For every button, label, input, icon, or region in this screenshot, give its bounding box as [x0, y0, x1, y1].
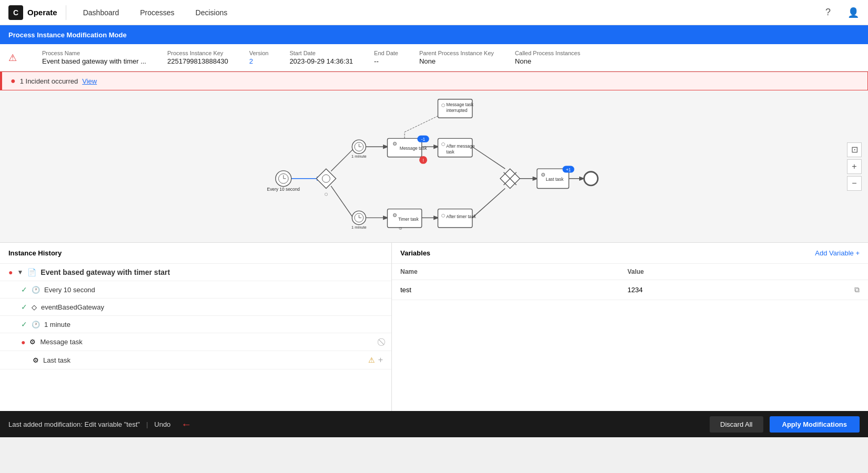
parent-key-value: None: [419, 57, 494, 65]
incident-count: 1 Incident occurred: [20, 77, 78, 85]
item-label-msgtask: Message task: [40, 338, 379, 346]
svg-text:After timer task: After timer task: [446, 214, 476, 219]
end-date-info: End Date --: [374, 50, 398, 65]
svg-line-8: [472, 188, 505, 218]
var-name-0: test: [392, 280, 619, 300]
nav-decisions[interactable]: Decisions: [191, 6, 232, 19]
zoom-in-button[interactable]: +: [847, 159, 862, 174]
mode-banner-title: Process Instance Modification Mode: [8, 31, 127, 39]
help-icon[interactable]: ?: [822, 6, 834, 19]
svg-line-2: [331, 186, 353, 218]
item-ok-icon-every10: ✓: [21, 285, 27, 294]
history-root-item[interactable]: ● ▼ 📄 Event based gateway with timer sta…: [0, 264, 391, 281]
svg-marker-18: [316, 169, 336, 188]
process-key-value: 2251799813888430: [167, 57, 228, 65]
process-name-info: Process Name Event based gateway with ti…: [42, 50, 146, 65]
svg-point-61: [584, 172, 598, 186]
zoom-out-button[interactable]: −: [847, 176, 862, 191]
incident-banner: ● 1 Incident occurred View: [0, 71, 868, 90]
incident-view-link[interactable]: View: [82, 77, 97, 85]
history-item-msgtask[interactable]: ● ⚙ Message task ⃠: [0, 333, 391, 351]
footer-bar: Last added modification: Edit variable "…: [0, 411, 868, 437]
bottom-split: Instance History ● ▼ 📄 Event based gatew…: [0, 243, 868, 411]
app-name: Operate: [27, 8, 57, 17]
start-date-label: Start Date: [289, 50, 353, 56]
history-item-every10[interactable]: ✓ 🕐 Every 10 second: [0, 281, 391, 299]
history-item-lasttask[interactable]: ⚙ Last task ⚠ +: [0, 351, 391, 369]
parent-key-label: Parent Process Instance Key: [419, 50, 494, 56]
svg-text:☺: ☺: [398, 225, 403, 231]
var-row-0: test 1234 ⧉: [392, 280, 868, 300]
svg-text:1 minute: 1 minute: [351, 154, 367, 159]
user-icon[interactable]: 👤: [847, 6, 860, 19]
svg-line-5: [472, 147, 505, 169]
svg-text:⚙: ⚙: [541, 172, 546, 178]
mode-banner: Process Instance Modification Mode: [0, 25, 868, 44]
nav-dashboard[interactable]: Dashboard: [79, 6, 124, 19]
process-key-label: Process Instance Key: [167, 50, 228, 56]
svg-text:Timer task: Timer task: [398, 217, 419, 222]
svg-text:!: !: [422, 158, 423, 163]
diagram-area: Every 10 second ⬡ 1 minute ⚙ Message tas…: [0, 90, 868, 243]
copy-icon-0[interactable]: ⧉: [854, 285, 860, 294]
svg-text:⚙: ⚙: [392, 212, 397, 218]
discard-all-button[interactable]: Discard All: [710, 416, 763, 433]
end-date-value: --: [374, 57, 398, 65]
process-name-label: Process Name: [42, 50, 146, 56]
item-ok-icon-gateway: ✓: [21, 303, 27, 311]
fit-zoom-button[interactable]: ⊡: [847, 142, 862, 157]
logo-icon: C: [8, 5, 23, 20]
error-indicator-icon: ⚠: [8, 52, 17, 64]
svg-text:-1: -1: [421, 137, 426, 142]
svg-text:After message: After message: [446, 143, 475, 149]
item-label-1min: 1 minute: [44, 321, 383, 328]
add-variable-button[interactable]: Add Variable +: [815, 249, 860, 257]
clock-icon-every10: 🕐: [32, 286, 40, 294]
svg-text:Message task: Message task: [400, 146, 427, 151]
variables-table: Name Value test 1234 ⧉: [392, 264, 868, 300]
svg-line-1: [331, 149, 353, 171]
root-doc-icon: 📄: [27, 268, 36, 276]
info-row: ⚠ Process Name Event based gateway with …: [0, 44, 868, 71]
history-item-gateway[interactable]: ✓ ◇ eventBasedGateway: [0, 299, 391, 316]
process-name-value: Event based gateway with timer ...: [42, 57, 146, 65]
nav-processes[interactable]: Processes: [136, 6, 178, 19]
undo-arrow-icon: ←: [181, 418, 191, 430]
add-icon-lasttask[interactable]: +: [378, 355, 383, 365]
clock-icon-1min: 🕐: [32, 321, 40, 328]
svg-text:⬡: ⬡: [325, 192, 328, 197]
svg-text:Last task: Last task: [546, 177, 564, 182]
var-col-value: Value: [619, 264, 868, 280]
svg-text:Message task: Message task: [446, 102, 473, 107]
variables-title: Variables: [400, 249, 430, 257]
version-label: Version: [249, 50, 269, 56]
variables-header: Variables Add Variable +: [392, 243, 868, 264]
called-instances-value: None: [515, 57, 580, 65]
svg-text:+1: +1: [566, 167, 571, 172]
process-key-info: Process Instance Key 2251799813888430: [167, 50, 228, 65]
bpmn-diagram: Every 10 second ⬡ 1 minute ⚙ Message tas…: [0, 90, 868, 242]
version-info: Version 2: [249, 50, 269, 65]
top-nav: C Operate Dashboard Processes Decisions …: [0, 0, 868, 25]
svg-text:⬡: ⬡: [441, 102, 445, 108]
apply-modifications-button[interactable]: Apply Modifications: [770, 416, 860, 433]
item-label-every10: Every 10 second: [44, 286, 383, 294]
var-value-text-0: 1234: [628, 286, 643, 294]
svg-text:task: task: [446, 149, 455, 155]
incident-error-icon: ●: [11, 76, 16, 86]
item-err-icon-msgtask: ●: [21, 338, 25, 346]
parent-key-info: Parent Process Instance Key None: [419, 50, 494, 65]
footer-separator: |: [146, 420, 148, 428]
expand-icon[interactable]: ▼: [17, 269, 23, 276]
svg-text:Every 10 second: Every 10 second: [267, 187, 300, 192]
undo-button[interactable]: Undo: [154, 420, 170, 428]
warn-icon-lasttask: ⚠: [368, 356, 375, 364]
svg-text:⬡: ⬡: [441, 213, 445, 218]
gear-icon-lasttask: ⚙: [33, 356, 39, 364]
history-item-1min[interactable]: ✓ 🕐 1 minute: [0, 316, 391, 333]
svg-text:⚙: ⚙: [392, 141, 397, 147]
diamond-icon-gateway: ◇: [32, 303, 37, 311]
end-date-label: End Date: [374, 50, 398, 56]
svg-text:interrupted: interrupted: [446, 108, 467, 113]
app-logo: C Operate: [8, 5, 66, 20]
